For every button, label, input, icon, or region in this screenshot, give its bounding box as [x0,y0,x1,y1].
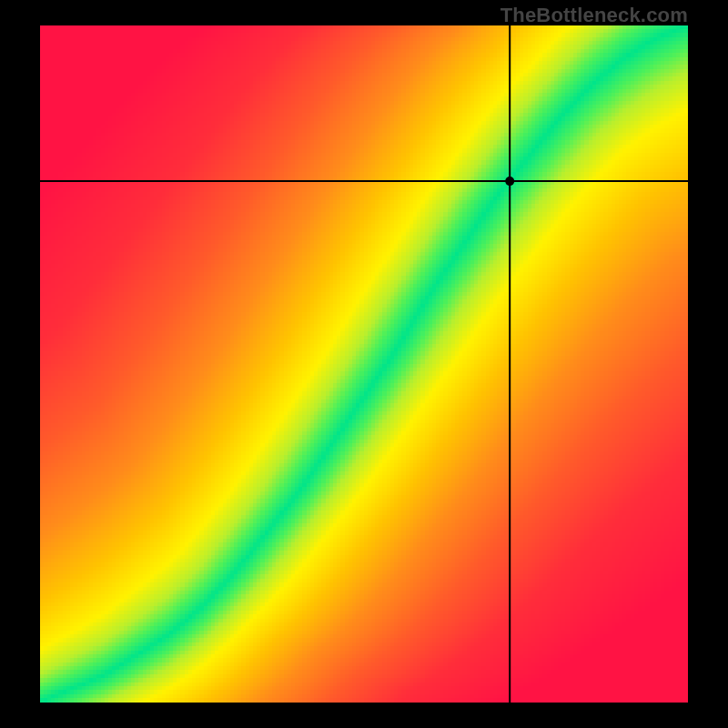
bottleneck-heatmap [40,25,688,703]
watermark-text: TheBottleneck.com [500,4,688,27]
chart-container: TheBottleneck.com [0,0,728,728]
